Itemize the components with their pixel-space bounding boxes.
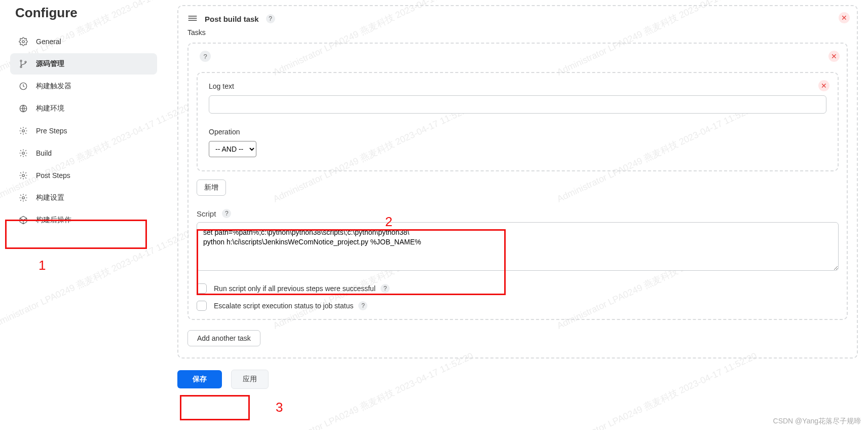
remove-section-button[interactable]: ✕: [839, 12, 850, 23]
add-new-button[interactable]: 新增: [197, 180, 226, 196]
sidebar-item-build-settings[interactable]: 构建设置: [10, 187, 157, 208]
save-button[interactable]: 保存: [177, 370, 222, 388]
sidebar-item-source-management[interactable]: 源码管理: [10, 53, 157, 75]
escalate-status-checkbox[interactable]: [197, 301, 207, 311]
sidebar-item-label: General: [36, 38, 61, 46]
page-title: Configure: [10, 5, 157, 21]
svg-point-6: [22, 130, 25, 132]
gear-icon: [18, 125, 29, 136]
checkbox-label: Escalate script execution status to job …: [214, 302, 353, 310]
sidebar-item-pre-steps[interactable]: Pre Steps: [10, 120, 157, 141]
svg-point-8: [22, 174, 25, 177]
gear-icon: [18, 170, 29, 181]
sidebar-item-label: Post Steps: [36, 171, 70, 180]
section-title: Post build task: [205, 15, 259, 23]
remove-log-text-button[interactable]: ✕: [818, 80, 829, 91]
sidebar-item-label: Pre Steps: [36, 127, 67, 135]
drag-handle-icon[interactable]: [187, 15, 198, 23]
main-content: Post build task ? ✕ Tasks ? ✕ ✕ Log text…: [177, 5, 858, 389]
svg-point-0: [22, 41, 25, 43]
task-card: ? ✕ ✕ Log text Operation -- AND -- 新增: [187, 43, 848, 320]
clock-icon: [18, 81, 29, 92]
sidebar-item-build-environment[interactable]: 构建环境: [10, 98, 157, 119]
apply-button[interactable]: 应用: [231, 370, 269, 389]
credit-text: CSDN @Yang花落尽子规啼: [773, 417, 861, 426]
sidebar-item-general[interactable]: General: [10, 31, 157, 52]
tasks-label: Tasks: [187, 28, 848, 37]
script-textarea[interactable]: [197, 222, 839, 271]
help-icon[interactable]: ?: [222, 209, 231, 218]
sidebar-item-build[interactable]: Build: [10, 142, 157, 164]
post-build-task-section: Post build task ? ✕ Tasks ? ✕ ✕ Log text…: [177, 5, 858, 359]
annotation-box-3: [180, 395, 250, 420]
branch-icon: [18, 58, 29, 69]
help-icon[interactable]: ?: [266, 14, 275, 23]
gear-icon: [18, 148, 29, 159]
sidebar-item-post-build-actions[interactable]: 构建后操作: [10, 209, 157, 231]
cube-icon: [18, 214, 29, 226]
remove-task-button[interactable]: ✕: [828, 51, 840, 62]
svg-point-1: [20, 60, 22, 62]
svg-point-9: [22, 197, 25, 199]
log-text-label: Log text: [209, 82, 826, 90]
checkbox-label: Run script only if all previous steps we…: [214, 284, 375, 293]
operation-label: Operation: [209, 128, 826, 136]
gear-icon: [18, 192, 29, 203]
log-text-input[interactable]: [209, 95, 826, 114]
help-icon[interactable]: ?: [358, 301, 367, 310]
svg-point-2: [20, 66, 22, 68]
gear-icon: [18, 36, 29, 47]
sidebar-item-post-steps[interactable]: Post Steps: [10, 165, 157, 186]
sidebar-item-label: 构建后操作: [36, 216, 71, 225]
sidebar-item-label: 构建环境: [36, 104, 64, 113]
annotation-number-3: 3: [276, 400, 283, 415]
sidebar-item-label: 构建设置: [36, 193, 64, 202]
help-icon[interactable]: ?: [200, 51, 211, 62]
sidebar: Configure General 源码管理 构建触发器 构建环境 Pre St…: [10, 5, 157, 389]
sidebar-item-build-triggers[interactable]: 构建触发器: [10, 76, 157, 97]
run-only-if-successful-checkbox[interactable]: [197, 283, 207, 294]
operation-select[interactable]: -- AND --: [209, 141, 256, 157]
add-another-task-button[interactable]: Add another task: [187, 330, 260, 346]
sidebar-item-label: 构建触发器: [36, 82, 71, 91]
svg-point-7: [22, 152, 25, 155]
svg-point-3: [25, 61, 26, 63]
help-icon[interactable]: ?: [381, 284, 390, 293]
log-text-box: ✕ Log text Operation -- AND --: [197, 72, 839, 171]
sidebar-item-label: 源码管理: [36, 59, 64, 68]
script-label: Script: [197, 209, 216, 218]
sidebar-item-label: Build: [36, 149, 52, 157]
globe-icon: [18, 103, 29, 114]
